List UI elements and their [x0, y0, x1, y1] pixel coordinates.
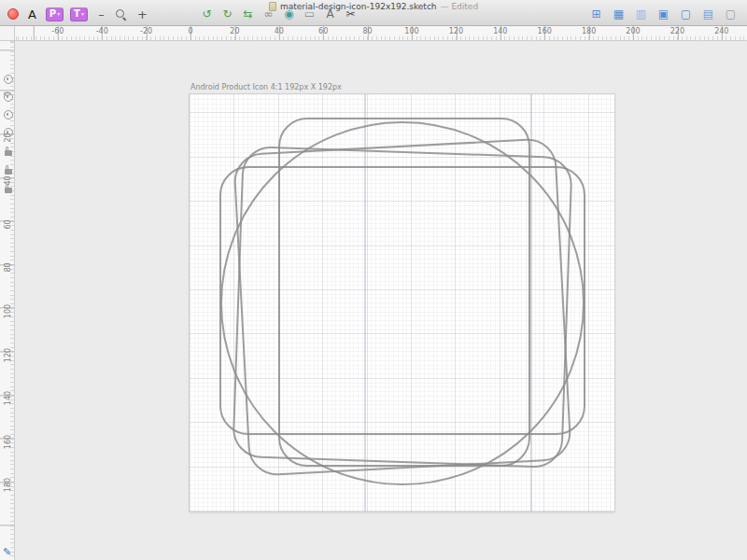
layer-visible-toggle-eye-icon[interactable] — [4, 128, 13, 137]
zoom-loupe-icon[interactable] — [115, 8, 129, 21]
h-ruler-label: 240 — [714, 27, 728, 35]
ungroup-icon[interactable]: ▢ — [679, 7, 693, 21]
layer-visible-toggle-eye-icon[interactable] — [4, 92, 13, 102]
layer-visible-toggle-eye-icon[interactable] — [4, 75, 13, 84]
grid-view-icon[interactable]: ⊞ — [589, 7, 603, 21]
toolbar-left: AP▾T▾–+ — [7, 7, 149, 21]
canvas[interactable]: Android Product Icon 4:1 192px X 192px — [15, 41, 747, 560]
h-ruler-label: 80 — [363, 27, 373, 35]
document-title: material-design-icon-192x192.sketch — [280, 2, 437, 11]
layer-lock-toggle-lock-icon[interactable] — [5, 169, 12, 175]
group-icon[interactable]: ▣ — [656, 7, 670, 21]
artboard[interactable] — [190, 94, 614, 511]
h-ruler-label: 60 — [318, 27, 328, 35]
document-proxy-icon — [269, 2, 276, 11]
layer-visible-toggle-eye-icon[interactable] — [4, 110, 13, 119]
h-ruler-label: 100 — [404, 27, 418, 35]
zoom-out-button[interactable]: – — [94, 7, 108, 21]
caret-down-icon: ▾ — [57, 11, 60, 17]
v-ruler-label: 100 — [4, 304, 12, 319]
keyline-shapes[interactable] — [190, 94, 614, 511]
h-ruler-label: 140 — [493, 27, 507, 35]
h-ruler-label: 200 — [626, 27, 640, 35]
toolbar: AP▾T▾–+ ↺↻⇆∞◉▭A✂ ⊞▦▥▣▢▤▢ material-design… — [0, 0, 747, 26]
close-button[interactable] — [7, 8, 19, 20]
pencil-tool-icon[interactable]: ✎ — [3, 546, 11, 558]
h-ruler-label: 220 — [670, 27, 684, 35]
v-ruler-label: 80 — [4, 260, 12, 275]
v-ruler-label: 180 — [4, 478, 12, 493]
h-ruler-label: -40 — [96, 27, 108, 35]
h-ruler-label: -60 — [51, 27, 63, 35]
edited-badge: — Edited — [441, 2, 479, 11]
v-ruler-label: 60 — [4, 217, 12, 231]
keyline-rect[interactable] — [233, 138, 571, 476]
artboard-label[interactable]: Android Product Icon 4:1 192px X 192px — [190, 83, 342, 91]
h-ruler-label: 20 — [230, 27, 239, 35]
layer-lock-toggle-lock-icon[interactable] — [5, 150, 12, 156]
h-ruler-label: 0 — [188, 27, 192, 35]
sketch-window: AP▾T▾–+ ↺↻⇆∞◉▭A✂ ⊞▦▥▣▢▤▢ material-design… — [0, 0, 747, 560]
v-ruler-label: 140 — [4, 391, 12, 406]
bring-forward-icon[interactable]: ▦ — [612, 7, 626, 21]
caret-down-icon: ▾ — [81, 11, 84, 17]
horizontal-ruler[interactable]: -60-40-200204060801001201401601802002202… — [15, 26, 747, 41]
h-ruler-label: 40 — [275, 27, 284, 35]
layer-toggles — [2, 75, 14, 193]
distribute-icon[interactable]: ▤ — [701, 7, 715, 21]
h-ruler-label: 160 — [538, 27, 552, 35]
toolbar-right: ⊞▦▥▣▢▤▢ — [589, 7, 738, 21]
h-ruler-label: -20 — [140, 27, 152, 35]
inspector-toggle-icon[interactable]: ▢ — [724, 7, 738, 21]
keyline-rect[interactable] — [233, 147, 571, 468]
h-ruler-label: 180 — [582, 27, 596, 35]
zoom-in-button[interactable]: + — [135, 7, 149, 21]
h-ruler-label: 120 — [449, 27, 463, 35]
pencil-style-preset-button[interactable]: P▾ — [46, 7, 63, 21]
keyline-rect[interactable] — [279, 119, 529, 466]
layer-lock-toggle-lock-icon[interactable] — [5, 188, 12, 193]
v-ruler-label: 120 — [4, 347, 12, 362]
window-title: material-design-icon-192x192.sketch — Ed… — [168, 1, 579, 11]
v-ruler-label: 160 — [4, 434, 12, 449]
insert-text-tool[interactable]: A — [25, 7, 39, 21]
ruler-corner — [0, 26, 15, 41]
text-style-preset-button[interactable]: T▾ — [70, 7, 88, 21]
send-backward-icon[interactable]: ▥ — [634, 7, 648, 21]
